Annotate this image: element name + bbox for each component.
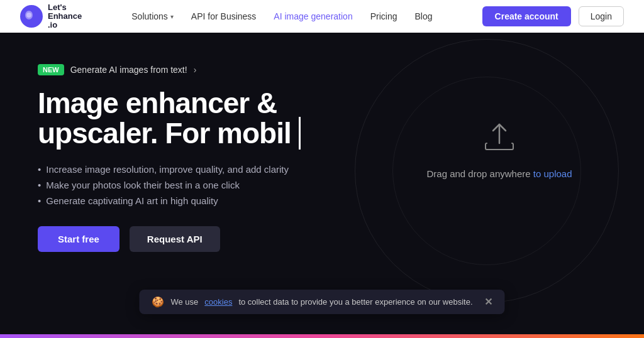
nav-blog[interactable]: Blog bbox=[414, 11, 432, 21]
logo-line2: .io bbox=[48, 21, 82, 30]
request-api-button[interactable]: Request API bbox=[130, 226, 220, 252]
hero-left: NEW Generate AI images from text! › Imag… bbox=[38, 64, 392, 252]
nav-links: Solutions ▾ API for Business AI image ge… bbox=[131, 11, 432, 21]
bottom-gradient-bar bbox=[0, 334, 644, 338]
cookie-bar: 🍪 We use cookies to collect data to prov… bbox=[139, 290, 504, 314]
upload-link[interactable]: to upload bbox=[533, 168, 572, 179]
logo-brand: Enhance bbox=[48, 12, 82, 21]
create-account-button[interactable]: Create account bbox=[482, 6, 571, 26]
svg-point-2 bbox=[26, 13, 31, 18]
upload-area[interactable]: Drag and drop anywhere to upload bbox=[414, 102, 584, 192]
badge-text: Generate AI images from text! bbox=[70, 65, 187, 75]
logo[interactable]: Let's Enhance .io bbox=[20, 3, 82, 30]
hero-buttons: Start free Request API bbox=[38, 226, 392, 252]
cookie-close-button[interactable]: ✕ bbox=[484, 296, 492, 308]
hero-title: Image enhancer & upscaler. For mobil bbox=[38, 88, 392, 149]
hero-right: Drag and drop anywhere to upload bbox=[392, 102, 606, 192]
upload-text: Drag and drop anywhere to upload bbox=[426, 168, 572, 179]
upload-icon bbox=[477, 114, 521, 158]
navbar: Let's Enhance .io Solutions ▾ API for Bu… bbox=[0, 0, 644, 33]
cookie-text: We use bbox=[170, 297, 198, 307]
nav-solutions[interactable]: Solutions ▾ bbox=[131, 11, 174, 21]
badge-row: NEW Generate AI images from text! › bbox=[38, 64, 392, 75]
new-badge: NEW bbox=[38, 64, 64, 75]
hero-bullets: Increase image resolution, improve quali… bbox=[38, 164, 392, 206]
nav-actions: Create account Login bbox=[482, 6, 624, 26]
nav-api-business[interactable]: API for Business bbox=[191, 11, 257, 21]
cookie-icon: 🍪 bbox=[152, 296, 164, 308]
bullet-3: Generate captivating AI art in high qual… bbox=[38, 195, 392, 206]
nav-ai-image[interactable]: AI image generation bbox=[274, 11, 352, 21]
nav-pricing[interactable]: Pricing bbox=[370, 11, 397, 21]
login-button[interactable]: Login bbox=[579, 6, 624, 26]
cookie-link[interactable]: cookies bbox=[204, 297, 232, 307]
badge-arrow-icon: › bbox=[194, 65, 197, 75]
cursor bbox=[291, 117, 301, 150]
logo-line1: Let's bbox=[48, 3, 82, 12]
bullet-2: Make your photos look their best in a on… bbox=[38, 180, 392, 190]
cookie-rest: to collect data to provide you a better … bbox=[238, 297, 472, 307]
start-free-button[interactable]: Start free bbox=[38, 226, 119, 252]
chevron-down-icon: ▾ bbox=[170, 13, 174, 20]
bullet-1: Increase image resolution, improve quali… bbox=[38, 164, 392, 175]
